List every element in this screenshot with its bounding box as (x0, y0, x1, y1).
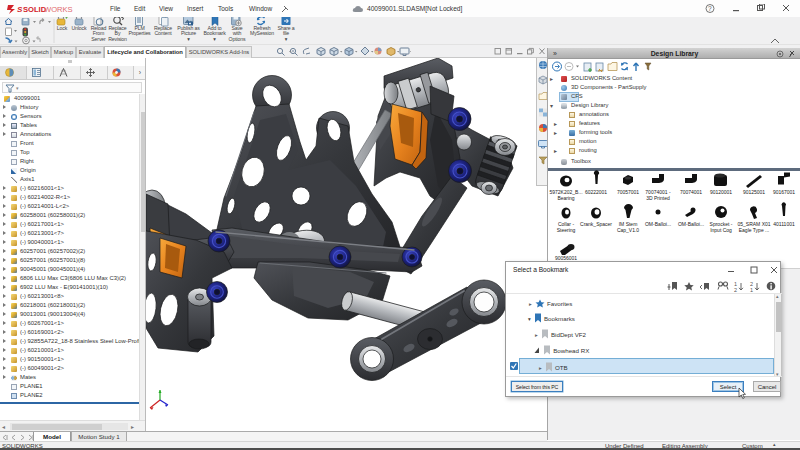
svg-text:WORKS: WORKS (44, 5, 73, 14)
svg-text:?: ? (708, 5, 712, 12)
svg-text:1: 1 (750, 287, 753, 293)
svg-text:2: 2 (734, 287, 737, 293)
